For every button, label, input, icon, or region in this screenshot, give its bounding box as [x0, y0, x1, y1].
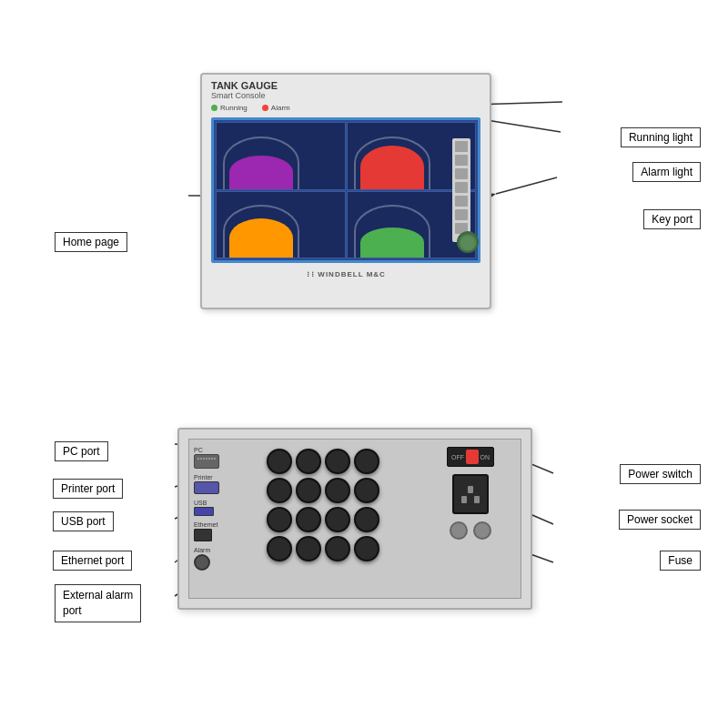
round-button-3[interactable] — [325, 449, 350, 474]
ethernet-port-small-label: Ethernet — [194, 521, 258, 528]
power-socket-label: Power socket — [619, 510, 701, 530]
round-button-1[interactable] — [267, 449, 292, 474]
socket-pins-bottom — [461, 496, 480, 503]
fuse-cap-2[interactable] — [473, 521, 491, 540]
panel-right-controls: OFF ON — [420, 440, 521, 598]
external-alarm-port-label: External alarm port — [55, 584, 141, 622]
printer-port-label: Printer port — [53, 479, 123, 499]
switch-toggle[interactable] — [466, 450, 479, 464]
console-subtitle: Smart Console — [211, 91, 480, 100]
round-button-16[interactable] — [354, 536, 379, 561]
console-screen — [211, 117, 480, 263]
round-button-8[interactable] — [354, 478, 379, 503]
power-switch-label: Power switch — [620, 464, 701, 484]
top-section: TANK GAUGE Smart Console Running Alarm — [0, 55, 728, 364]
ethernet-port-label: Ethernet port — [53, 551, 132, 571]
side-button-6[interactable] — [455, 209, 468, 220]
alarm-port-small-label: Alarm — [194, 547, 258, 553]
key-port-label: Key port — [643, 209, 701, 229]
round-button-4[interactable] — [354, 449, 379, 474]
round-button-12[interactable] — [354, 507, 379, 532]
home-page-label: Home page — [55, 232, 127, 252]
round-button-6[interactable] — [296, 478, 321, 503]
usb-port-label: USB port — [53, 511, 114, 531]
printer-port-small-label: Printer — [194, 474, 258, 480]
switch-off-text: OFF — [451, 454, 464, 460]
alarm-label: Alarm — [271, 104, 290, 112]
brand-label: ⫶⫶ WINDBELL M&C — [202, 267, 490, 282]
running-light-label: Running light — [621, 127, 701, 147]
key-port-button[interactable] — [457, 231, 479, 253]
ethernet-port-connector[interactable] — [194, 529, 212, 541]
power-socket[interactable] — [452, 474, 489, 514]
ports-left-area: PC Printer USB Ethernet Alarm — [189, 440, 262, 598]
running-indicator-dot — [211, 105, 217, 111]
running-label: Running — [220, 104, 248, 112]
usb-port-connector[interactable] — [194, 507, 214, 516]
btn-row-4 — [267, 536, 416, 561]
side-button-1[interactable] — [455, 141, 468, 152]
round-button-11[interactable] — [325, 507, 350, 532]
round-button-5[interactable] — [267, 478, 292, 503]
tank-gauge-console: TANK GAUGE Smart Console Running Alarm — [200, 73, 491, 309]
alarm-port-connector[interactable] — [194, 554, 210, 571]
round-button-15[interactable] — [325, 536, 350, 561]
tank-display-1 — [216, 122, 346, 190]
btn-row-1 — [267, 449, 416, 474]
round-button-13[interactable] — [267, 536, 292, 561]
panel-inner: PC Printer USB Ethernet Alarm — [188, 439, 521, 599]
side-button-4[interactable] — [455, 182, 468, 193]
switch-on-text: ON — [480, 454, 490, 460]
socket-pin-right — [474, 496, 480, 503]
fuse-group — [450, 521, 491, 540]
pc-port-connector[interactable] — [194, 454, 219, 469]
round-button-14[interactable] — [296, 536, 321, 561]
pc-port-label: PC port — [55, 441, 108, 461]
round-button-2[interactable] — [296, 449, 321, 474]
side-button-3[interactable] — [455, 168, 468, 179]
screen-side-panel — [452, 138, 470, 242]
alarm-indicator-dot — [262, 105, 268, 111]
fuse-label: Fuse — [660, 551, 701, 571]
btn-row-2 — [267, 478, 416, 503]
bottom-section: PC Printer USB Ethernet Alarm — [0, 400, 728, 710]
power-switch[interactable]: OFF ON — [447, 447, 494, 467]
tank-display-3 — [216, 191, 346, 259]
console-title: TANK GAUGE — [211, 80, 480, 91]
back-panel: PC Printer USB Ethernet Alarm — [177, 428, 532, 610]
round-button-10[interactable] — [296, 507, 321, 532]
round-button-9[interactable] — [267, 507, 292, 532]
usb-port-small-label: USB — [194, 500, 258, 506]
round-button-7[interactable] — [325, 478, 350, 503]
socket-pin-top — [468, 486, 473, 493]
alarm-light-label: Alarm light — [632, 162, 701, 182]
buttons-grid — [262, 440, 420, 598]
pc-port-small-label: PC — [194, 447, 258, 453]
btn-row-3 — [267, 507, 416, 532]
fuse-cap-1[interactable] — [450, 521, 468, 540]
side-button-2[interactable] — [455, 155, 468, 166]
side-button-5[interactable] — [455, 196, 468, 207]
socket-pin-left — [461, 496, 467, 503]
printer-port-connector[interactable] — [194, 481, 219, 494]
